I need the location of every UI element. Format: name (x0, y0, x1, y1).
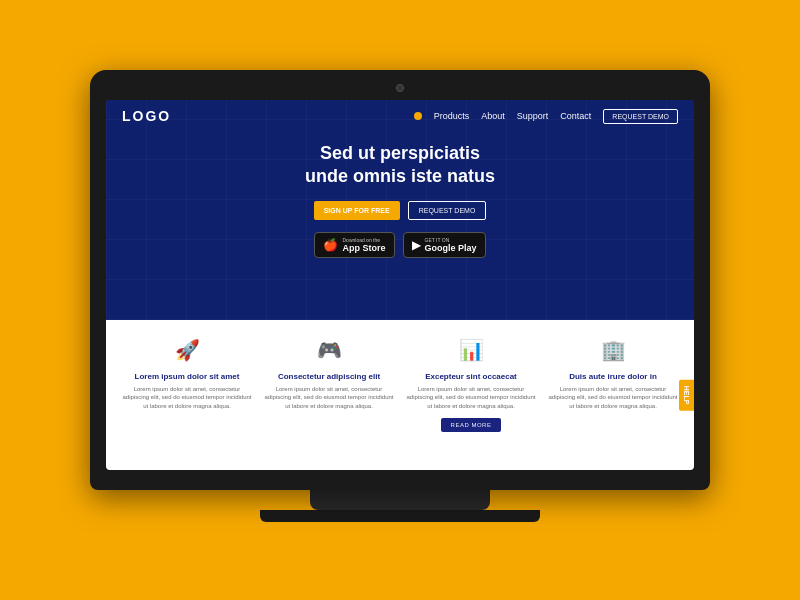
feature-item-4: 🏢 Duis aute irure dolor in Lorem ipsum d… (548, 334, 678, 432)
features-section: 🚀 Lorem ipsum dolor sit amet Lorem ipsum… (106, 320, 694, 470)
store-buttons: 🍎 Download on the App Store ▶ GET IT ON (314, 232, 485, 258)
laptop-camera (396, 84, 404, 92)
hero-buttons: SIGN UP FOR FREE REQUEST DEMO (314, 201, 487, 220)
laptop-screen: LOGO Products About Support Contact REQU… (106, 100, 694, 470)
laptop-base (260, 510, 540, 522)
feature-text-2: Lorem ipsum dolor sit amet, consectetur … (264, 385, 394, 410)
request-demo-button[interactable]: REQUEST DEMO (408, 201, 487, 220)
read-more-button[interactable]: READ MORE (441, 418, 502, 432)
google-play-text: GET IT ON Google Play (425, 237, 477, 253)
navbar: LOGO Products About Support Contact REQU… (106, 100, 694, 132)
laptop-body: LOGO Products About Support Contact REQU… (90, 70, 710, 490)
request-demo-nav-button[interactable]: REQUEST DEMO (603, 109, 678, 124)
feature-item-2: 🎮 Consectetur adipiscing elit Lorem ipsu… (264, 334, 394, 432)
feature-icon-4: 🏢 (597, 334, 629, 366)
app-store-name: App Store (342, 243, 385, 253)
google-play-icon: ▶ (412, 238, 421, 252)
app-store-button[interactable]: 🍎 Download on the App Store (314, 232, 394, 258)
nav-links: Products About Support Contact REQUEST D… (414, 109, 678, 124)
laptop: LOGO Products About Support Contact REQU… (90, 70, 710, 530)
hero-title: Sed ut perspiciatis unde omnis iste natu… (305, 142, 495, 189)
feature-text-3: Lorem ipsum dolor sit amet, consectetur … (406, 385, 536, 410)
feature-title-3: Excepteur sint occaecat (425, 372, 517, 381)
hero-section: LOGO Products About Support Contact REQU… (106, 100, 694, 320)
feature-icon-1: 🚀 (171, 334, 203, 366)
feature-title-1: Lorem ipsum dolor sit amet (135, 372, 240, 381)
nav-link-about[interactable]: About (481, 111, 505, 121)
nav-link-products[interactable]: Products (434, 111, 470, 121)
help-badge[interactable]: HELP (679, 380, 694, 411)
website: LOGO Products About Support Contact REQU… (106, 100, 694, 470)
apple-icon: 🍎 (323, 238, 338, 252)
app-store-text: Download on the App Store (342, 237, 385, 253)
feature-title-4: Duis aute irure dolor in (569, 372, 657, 381)
nav-dot-icon (414, 112, 422, 120)
feature-item-1: 🚀 Lorem ipsum dolor sit amet Lorem ipsum… (122, 334, 252, 432)
google-play-button[interactable]: ▶ GET IT ON Google Play (403, 232, 486, 258)
feature-item-3: 📊 Excepteur sint occaecat Lorem ipsum do… (406, 334, 536, 432)
nav-logo: LOGO (122, 108, 171, 124)
signup-button[interactable]: SIGN UP FOR FREE (314, 201, 400, 220)
feature-icon-2: 🎮 (313, 334, 345, 366)
features-grid: 🚀 Lorem ipsum dolor sit amet Lorem ipsum… (122, 334, 678, 432)
google-play-name: Google Play (425, 243, 477, 253)
nav-link-contact[interactable]: Contact (560, 111, 591, 121)
feature-title-2: Consectetur adipiscing elit (278, 372, 380, 381)
feature-icon-3: 📊 (455, 334, 487, 366)
laptop-stand (310, 490, 490, 510)
feature-text-1: Lorem ipsum dolor sit amet, consectetur … (122, 385, 252, 410)
hero-content: Sed ut perspiciatis unde omnis iste natu… (106, 132, 694, 268)
feature-text-4: Lorem ipsum dolor sit amet, consectetur … (548, 385, 678, 410)
nav-link-support[interactable]: Support (517, 111, 549, 121)
